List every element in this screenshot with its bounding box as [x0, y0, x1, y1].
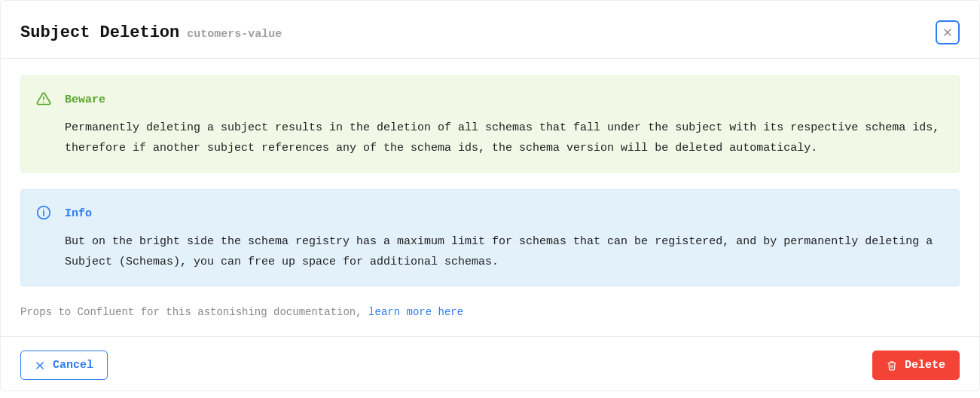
delete-button[interactable]: Delete	[872, 351, 960, 380]
cancel-button[interactable]: Cancel	[20, 351, 108, 380]
subject-deletion-modal: Subject Deletion cutomers-value	[0, 0, 980, 391]
modal-body: Beware Permanently deleting a subject re…	[1, 59, 979, 336]
docs-attribution: Props to Confluent for this astonishing …	[20, 303, 960, 330]
beware-alert: Beware Permanently deleting a subject re…	[20, 75, 960, 173]
close-button[interactable]	[936, 20, 960, 44]
beware-body: Permanently deleting a subject results i…	[65, 118, 944, 158]
info-title: Info	[65, 204, 944, 224]
info-icon	[36, 204, 51, 272]
info-content: Info But on the bright side the schema r…	[65, 204, 944, 272]
trash-icon	[887, 360, 897, 371]
subject-name: cutomers-value	[187, 28, 282, 41]
delete-label: Delete	[905, 357, 945, 373]
info-alert: Info But on the bright side the schema r…	[20, 189, 960, 286]
beware-title: Beware	[65, 90, 944, 110]
close-icon	[35, 360, 45, 371]
beware-content: Beware Permanently deleting a subject re…	[65, 90, 944, 158]
title-wrap: Subject Deletion cutomers-value	[20, 23, 282, 42]
modal-header: Subject Deletion cutomers-value	[1, 1, 979, 59]
docs-prefix: Props to Confluent for this astonishing …	[20, 306, 368, 318]
learn-more-link[interactable]: learn more here	[368, 306, 463, 318]
modal-title: Subject Deletion	[20, 23, 179, 42]
cancel-label: Cancel	[53, 357, 93, 373]
modal-footer: Cancel Delete	[1, 336, 979, 387]
info-body: But on the bright side the schema regist…	[65, 231, 944, 272]
warning-icon	[36, 90, 51, 158]
close-icon	[942, 27, 953, 38]
